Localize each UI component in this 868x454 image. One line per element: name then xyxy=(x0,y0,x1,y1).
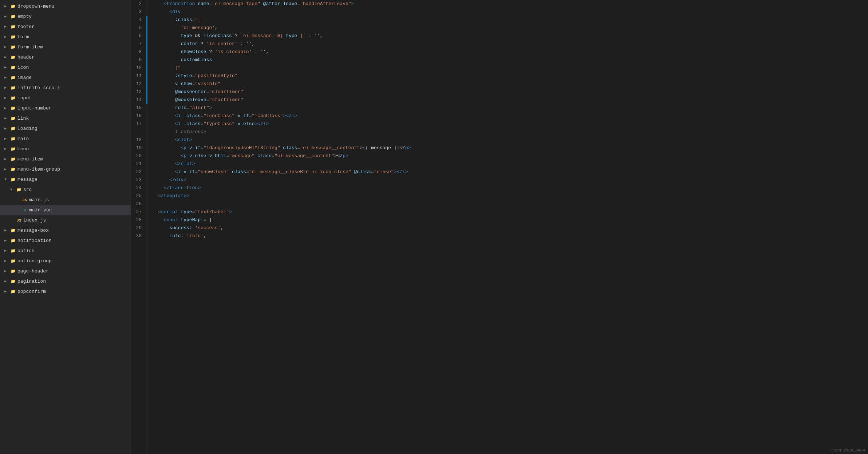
folder-arrow: ▶ xyxy=(4,3,10,11)
line-number: 13 xyxy=(131,88,146,96)
gutter-indicator xyxy=(146,184,155,192)
sidebar-item-menu[interactable]: ▶ 📁 menu xyxy=(0,144,131,154)
sidebar-item-link[interactable]: ▶ 📁 link xyxy=(0,114,131,124)
code-line: <i v-if="showClose" class="el-message__c… xyxy=(158,168,868,176)
editor-container: 2345678910111213141516171819202122232425… xyxy=(131,0,868,454)
folder-icon: 📁 xyxy=(10,146,16,152)
sidebar-item-loading[interactable]: ▶ 📁 loading xyxy=(0,124,131,134)
sidebar-item-label: message xyxy=(17,176,128,184)
line-number: 12 xyxy=(131,80,146,88)
folder-icon: 📁 xyxy=(10,167,16,172)
sidebar-item-popconfirm[interactable]: ▶ 📁 popconfirm xyxy=(0,287,131,297)
folder-icon: 📁 xyxy=(10,55,16,60)
sidebar-item-input-number[interactable]: ▶ 📁 input-number xyxy=(0,103,131,114)
sidebar-item-notification[interactable]: ▶ 📁 notification xyxy=(0,236,131,246)
code-line: <p v-else v-html="message" class="el-mes… xyxy=(158,152,868,160)
line-number: 10 xyxy=(131,64,146,72)
folder-arrow: ▶ xyxy=(4,166,10,174)
folder-arrow: ▶ xyxy=(4,74,10,82)
line-number: 30 xyxy=(131,232,146,240)
code-line: type && !iconClass ? `el-message--${ typ… xyxy=(158,32,868,40)
gutter-indicator xyxy=(146,112,155,120)
watermark: CSDN @jgh_0484 xyxy=(832,448,865,453)
folder-icon: 📁 xyxy=(10,268,16,274)
sidebar-item-footer[interactable]: ▶ 📁 footer xyxy=(0,22,131,32)
sidebar-item-message[interactable]: ▼ 📁 message xyxy=(0,175,131,185)
sidebar-item-option[interactable]: ▶ 📁 option xyxy=(0,246,131,256)
code-line xyxy=(158,200,868,208)
code-line: </slot> xyxy=(158,160,868,168)
gutter-indicator xyxy=(146,176,155,184)
gutter-indicator xyxy=(146,24,155,32)
folder-icon: 📁 xyxy=(10,126,16,132)
code-line: v-show="visible" xyxy=(158,80,868,88)
code-line: </transition> xyxy=(158,184,868,192)
line-number: 17 xyxy=(131,120,146,128)
folder-arrow: ▶ xyxy=(4,267,10,275)
sidebar-item-main-vue[interactable]: V main.vue xyxy=(0,205,131,215)
sidebar-item-main[interactable]: ▶ 📁 main xyxy=(0,134,131,144)
sidebar-item-menu-item[interactable]: ▶ 📁 menu-item xyxy=(0,154,131,164)
code-line: :class="[ xyxy=(158,16,868,24)
folder-icon: 📁 xyxy=(10,65,16,71)
folder-icon: 📁 xyxy=(10,95,16,101)
gutter-indicator xyxy=(146,104,155,112)
sidebar-item-form-item[interactable]: ▶ 📁 form-item xyxy=(0,42,131,52)
code-line: customClass xyxy=(158,56,868,64)
js-file-icon: JS xyxy=(22,197,28,203)
sidebar-item-main-js[interactable]: JS main.js xyxy=(0,195,131,205)
sidebar-item-infinite-scroll[interactable]: ▶ 📁 infinite-scroll xyxy=(0,83,131,93)
sidebar-item-message-box[interactable]: ▶ 📁 message-box xyxy=(0,226,131,236)
line-number: 7 xyxy=(131,40,146,48)
code-line: @mouseenter="clearTimer" xyxy=(158,88,868,96)
sidebar-item-empty[interactable]: ▶ 📁 empty xyxy=(0,12,131,22)
folder-icon: 📁 xyxy=(10,24,16,30)
sidebar-item-label: image xyxy=(17,74,128,82)
code-line: @mouseleave="startTimer" xyxy=(158,96,868,104)
sidebar-item-label: pagination xyxy=(17,278,128,286)
sidebar-item-label: form-item xyxy=(17,43,128,51)
sidebar-item-src[interactable]: ▼ 📁 src xyxy=(0,185,131,195)
gutter-indicator xyxy=(146,208,155,216)
folder-icon: 📁 xyxy=(10,279,16,284)
gutter-indicator xyxy=(146,144,155,152)
editor-area: 2345678910111213141516171819202122232425… xyxy=(131,0,868,454)
code-line: <i :class="typeClass" v-else></i> xyxy=(158,120,868,128)
folder-arrow: ▶ xyxy=(4,33,10,41)
sidebar-item-label: src xyxy=(23,186,128,194)
line-number: 18 xyxy=(131,136,146,144)
sidebar-item-image[interactable]: ▶ 📁 image xyxy=(0,73,131,83)
sidebar-item-input[interactable]: ▶ 📁 input xyxy=(0,93,131,103)
code-line: </template> xyxy=(158,192,868,200)
sidebar-item-index-js[interactable]: JS index.js xyxy=(0,215,131,226)
folder-arrow: ▼ xyxy=(10,186,16,194)
sidebar: ▶ 📁 dropdown-menu ▶ 📁 empty ▶ 📁 footer ▶… xyxy=(0,0,131,454)
folder-icon: 📁 xyxy=(10,75,16,81)
code-line: <transition name="el-message-fade" @afte… xyxy=(158,0,868,8)
line-number: 2 xyxy=(131,0,146,8)
gutter-indicator xyxy=(146,152,155,160)
sidebar-item-pagination[interactable]: ▶ 📁 pagination xyxy=(0,276,131,287)
sidebar-item-dropdown-menu[interactable]: ▶ 📁 dropdown-menu xyxy=(0,1,131,12)
sidebar-item-label: popconfirm xyxy=(17,288,128,296)
sidebar-item-label: header xyxy=(17,53,128,61)
vue-file-icon: V xyxy=(22,207,28,213)
code-line: 'el-message', xyxy=(158,24,868,32)
sidebar-item-menu-item-group[interactable]: ▶ 📁 menu-item-group xyxy=(0,164,131,175)
sidebar-item-header[interactable]: ▶ 📁 header xyxy=(0,52,131,63)
sidebar-item-page-header[interactable]: ▶ 📁 page-header xyxy=(0,266,131,276)
sidebar-item-label: main xyxy=(17,135,128,143)
line-number: 20 xyxy=(131,152,146,160)
folder-icon: 📁 xyxy=(10,136,16,142)
sidebar-item-form[interactable]: ▶ 📁 form xyxy=(0,32,131,42)
gutter-indicator xyxy=(146,224,155,232)
code-line: <script type="text/babel"> xyxy=(158,208,868,216)
sidebar-item-icon[interactable]: ▶ 📁 icon xyxy=(0,63,131,73)
folder-arrow: ▼ xyxy=(4,176,10,184)
folder-arrow: ▶ xyxy=(4,288,10,296)
sidebar-item-label: option-group xyxy=(17,257,128,265)
sidebar-item-option-group[interactable]: ▶ 📁 option-group xyxy=(0,256,131,266)
gutter-indicator xyxy=(146,216,155,224)
line-number: 15 xyxy=(131,104,146,112)
line-number: 25 xyxy=(131,192,146,200)
